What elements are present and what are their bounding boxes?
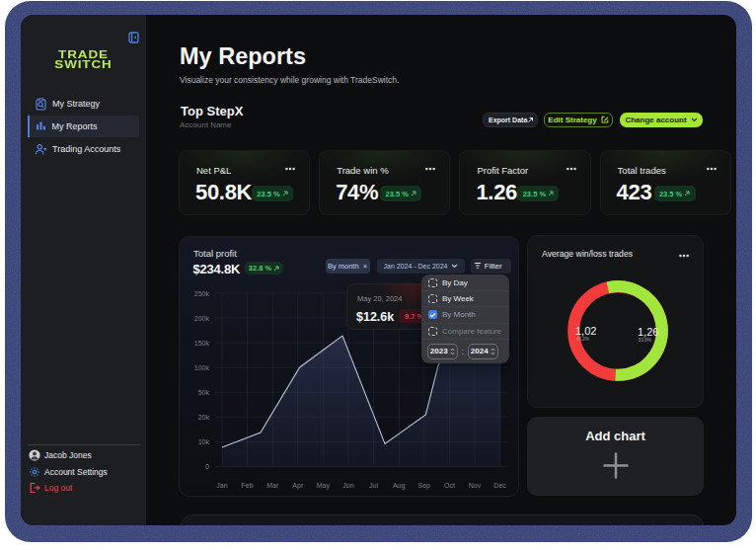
- svg-text:Aug: Aug: [393, 482, 406, 490]
- svg-text:100k: 100k: [194, 364, 210, 371]
- svg-text:Dec: Dec: [493, 482, 506, 489]
- svg-text:0: 0: [205, 463, 209, 470]
- svg-text:200k: 200k: [194, 315, 210, 322]
- svg-text:Nov: Nov: [469, 482, 482, 489]
- svg-text:Sep: Sep: [418, 482, 431, 490]
- svg-text:Jan: Jan: [216, 482, 227, 489]
- svg-text:Apr: Apr: [292, 482, 304, 490]
- svg-text:50k: 50k: [198, 389, 210, 396]
- svg-text:Mar: Mar: [266, 482, 279, 489]
- svg-text:Jun: Jun: [342, 482, 353, 489]
- svg-text:Feb: Feb: [242, 482, 254, 489]
- svg-text:10k: 10k: [198, 438, 210, 445]
- svg-text:150k: 150k: [194, 340, 210, 347]
- svg-text:20k: 20k: [198, 414, 210, 421]
- svg-text:Jul: Jul: [369, 482, 378, 489]
- svg-text:Oct: Oct: [444, 482, 455, 489]
- svg-text:250k: 250k: [194, 290, 210, 297]
- svg-text:May: May: [317, 482, 331, 490]
